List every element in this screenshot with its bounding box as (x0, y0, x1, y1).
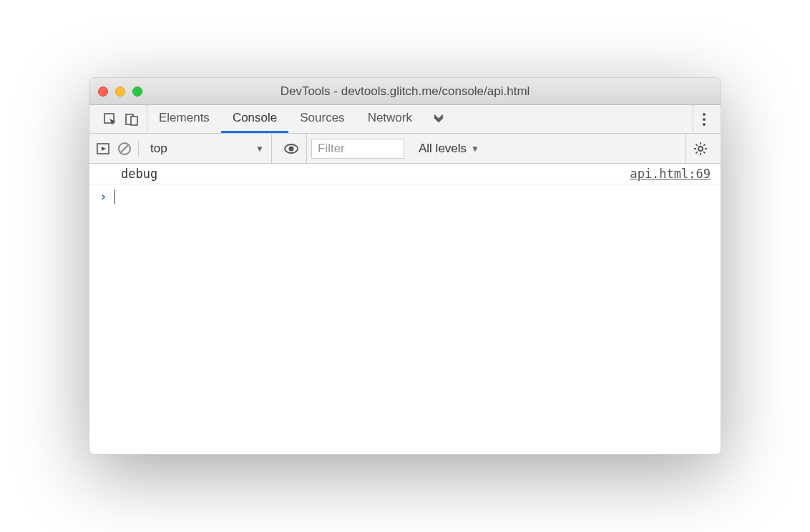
maximize-window-button[interactable] (132, 87, 142, 97)
traffic-lights (98, 87, 142, 97)
log-levels-dropdown[interactable]: All levels ▼ (413, 142, 485, 156)
console-log-row: debug api.html:69 (89, 164, 721, 184)
minimize-window-button[interactable] (115, 87, 125, 97)
console-prompt[interactable]: › (89, 184, 721, 208)
prompt-chevron-icon: › (99, 189, 107, 204)
tab-console[interactable]: Console (221, 105, 288, 133)
svg-point-3 (703, 113, 706, 116)
svg-point-11 (289, 146, 294, 151)
console-toolbar: top ▼ All levels ▼ (89, 134, 721, 164)
window-titlebar: DevTools - devtools.glitch.me/console/ap… (89, 78, 721, 105)
svg-rect-2 (131, 117, 137, 125)
log-levels-label: All levels (419, 142, 467, 156)
kebab-menu-button[interactable] (693, 105, 715, 133)
execution-context-dropdown[interactable]: top ▼ (143, 134, 272, 163)
log-message: debug (121, 167, 630, 181)
console-settings-icon[interactable] (685, 134, 715, 163)
tab-sources[interactable]: Sources (288, 105, 356, 133)
console-output: debug api.html:69 › (89, 164, 721, 454)
tab-network[interactable]: Network (356, 105, 424, 133)
clear-console-icon[interactable] (117, 141, 132, 157)
more-tabs-button[interactable] (424, 105, 454, 133)
svg-point-5 (703, 123, 706, 126)
close-window-button[interactable] (98, 87, 108, 97)
svg-line-9 (121, 145, 128, 152)
panel-tabs-row: Elements Console Sources Network (89, 105, 721, 134)
svg-line-17 (696, 144, 698, 145)
live-expression-icon[interactable] (276, 134, 307, 163)
log-source-link[interactable]: api.html:69 (630, 167, 711, 181)
devtools-window: DevTools - devtools.glitch.me/console/ap… (89, 77, 721, 455)
svg-line-20 (703, 144, 705, 145)
window-title: DevTools - devtools.glitch.me/console/ap… (89, 84, 721, 99)
inspect-element-icon[interactable] (102, 112, 118, 127)
svg-line-19 (696, 152, 698, 153)
tab-elements[interactable]: Elements (147, 105, 221, 133)
tabs-list: Elements Console Sources Network (147, 105, 424, 133)
prompt-cursor (114, 189, 115, 204)
execution-context-label: top (150, 142, 167, 156)
filter-input[interactable] (311, 139, 404, 159)
chevron-down-icon: ▼ (255, 144, 264, 154)
svg-line-18 (703, 152, 705, 153)
toggle-sidebar-icon[interactable] (95, 141, 111, 157)
device-toolbar-icon[interactable] (124, 112, 140, 127)
svg-point-12 (698, 147, 703, 151)
chevron-down-icon: ▼ (471, 144, 479, 154)
svg-marker-7 (102, 147, 106, 151)
svg-point-4 (703, 118, 706, 121)
